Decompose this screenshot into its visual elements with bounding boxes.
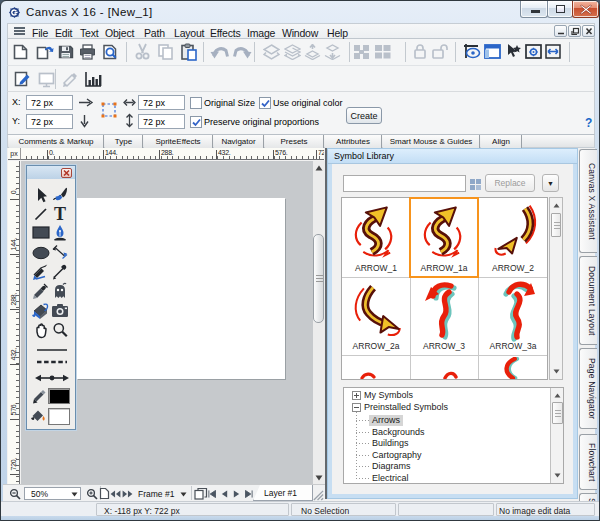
svg-text:T: T: [54, 205, 66, 222]
